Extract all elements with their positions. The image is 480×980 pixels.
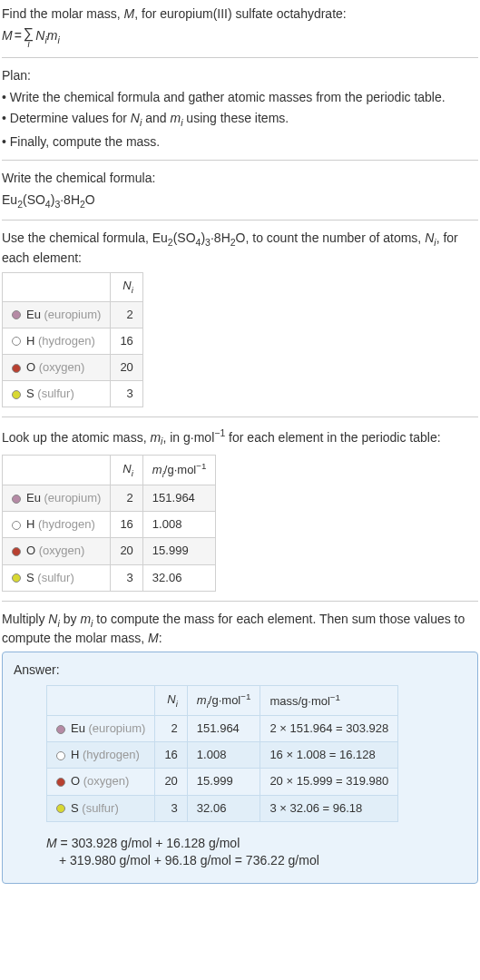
plan-b2a: • Determine values for bbox=[2, 111, 131, 125]
count-line: Use the chemical formula, Eu2(SO4)3·8H2O… bbox=[2, 230, 478, 267]
answer-heading: Answer: bbox=[14, 662, 466, 680]
answer-box: Answer: Nimi/g·mol−1mass/g·mol−1 Eu (eur… bbox=[2, 652, 478, 884]
count-b: , to count the number of atoms, bbox=[245, 230, 425, 245]
element-bullet-icon bbox=[12, 521, 21, 530]
table-row: S (sulfur)3 bbox=[3, 381, 143, 407]
table-row: O (oxygen)2015.999 bbox=[3, 538, 216, 564]
mi2: m bbox=[170, 111, 181, 125]
element-bullet-icon bbox=[56, 751, 65, 760]
plan-bullet-2: • Determine values for Ni and mi using t… bbox=[2, 110, 478, 129]
element-bullet-icon bbox=[12, 573, 21, 583]
table-row: O (oxygen)20 bbox=[3, 355, 143, 381]
write-formula-heading: Write the chemical formula: bbox=[2, 170, 478, 188]
molar-mass-formula: M = ∑ i Nimi bbox=[2, 27, 478, 48]
intro-text-b: , for europium(III) sulfate octahydrate: bbox=[134, 6, 346, 21]
table-row: O (oxygen)2015.99920 × 15.999 = 319.980 bbox=[47, 769, 398, 795]
sigma-sub: i bbox=[27, 40, 29, 48]
lookup-c: for each element in the periodic table: bbox=[225, 430, 440, 445]
lookup-b: , in g·mol bbox=[162, 430, 214, 445]
Ni: N bbox=[35, 28, 44, 43]
element-bullet-icon bbox=[12, 547, 21, 556]
mi: m bbox=[47, 28, 58, 43]
element-bullet-icon bbox=[56, 778, 65, 787]
element-bullet-icon bbox=[12, 390, 21, 399]
multiply-line: Multiply Ni by mi to compute the mass fo… bbox=[2, 611, 478, 648]
plan-bullet-1: • Write the chemical formula and gather … bbox=[2, 89, 478, 107]
mi-sub: i bbox=[57, 34, 59, 44]
mult-a: Multiply bbox=[2, 612, 48, 626]
lookup-a: Look up the atomic mass, bbox=[2, 430, 150, 445]
table-row: H (hydrogen)161.008 bbox=[3, 512, 216, 538]
eq: = bbox=[15, 27, 22, 45]
divider bbox=[2, 220, 478, 220]
element-bullet-icon bbox=[12, 337, 21, 346]
plan-bullet-3: • Finally, compute the mass. bbox=[2, 133, 478, 152]
element-bullet-icon bbox=[12, 310, 21, 319]
lookup-table: Nimi/g·mol−1 Eu (europium)2151.964H (hyd… bbox=[2, 455, 216, 592]
var-M2: M bbox=[2, 27, 13, 45]
chemical-formula: Eu2(SO4)3·8H2O bbox=[2, 191, 478, 211]
plan-b2c: using these items. bbox=[182, 111, 289, 125]
table-row: Eu (europium)2151.9642 × 151.964 = 303.9… bbox=[47, 716, 398, 742]
divider bbox=[2, 57, 478, 58]
intro-line: Find the molar mass, M, for europium(III… bbox=[2, 5, 478, 24]
element-bullet-icon bbox=[56, 725, 65, 734]
answer-sum-1: M = 303.928 g/mol + 16.128 g/mol bbox=[46, 835, 466, 853]
table-row: S (sulfur)332.063 × 32.06 = 96.18 bbox=[47, 795, 398, 821]
table-row: Eu (europium)2 bbox=[3, 301, 143, 328]
mi4: m bbox=[80, 612, 91, 626]
answer-sum-2: + 319.980 g/mol + 96.18 g/mol = 736.22 g… bbox=[46, 852, 466, 870]
divider bbox=[2, 160, 478, 161]
table-row: H (hydrogen)16 bbox=[3, 328, 143, 354]
divider bbox=[2, 416, 478, 417]
neg1: −1 bbox=[214, 427, 225, 438]
Ni4: N bbox=[48, 612, 57, 626]
plan-b2b: and bbox=[142, 111, 170, 125]
table-row: H (hydrogen)161.00816 × 1.008 = 16.128 bbox=[47, 742, 398, 769]
M3: M bbox=[148, 631, 159, 645]
var-M: M bbox=[124, 6, 135, 21]
mult-d: : bbox=[159, 631, 162, 645]
count-a: Use the chemical formula, bbox=[2, 230, 152, 245]
count-table: Ni Eu (europium)2H (hydrogen)16O (oxygen… bbox=[2, 272, 143, 407]
intro-text-a: Find the molar mass, bbox=[2, 6, 124, 21]
plan-heading: Plan: bbox=[2, 67, 478, 85]
element-bullet-icon bbox=[12, 364, 21, 373]
element-bullet-icon bbox=[56, 804, 65, 813]
mult-b: by bbox=[60, 612, 81, 626]
answer-table: Nimi/g·mol−1mass/g·mol−1 Eu (europium)21… bbox=[46, 685, 398, 822]
lookup-line: Look up the atomic mass, mi, in g·mol−1 … bbox=[2, 426, 478, 448]
sigma: ∑ bbox=[24, 27, 34, 40]
table-row: Eu (europium)2151.964 bbox=[3, 485, 216, 512]
table-row: S (sulfur)332.06 bbox=[3, 564, 216, 591]
divider bbox=[2, 601, 478, 602]
mi3: m bbox=[150, 430, 161, 445]
Ni3: N bbox=[425, 230, 434, 245]
Ni2: N bbox=[131, 111, 140, 125]
element-bullet-icon bbox=[12, 495, 21, 504]
